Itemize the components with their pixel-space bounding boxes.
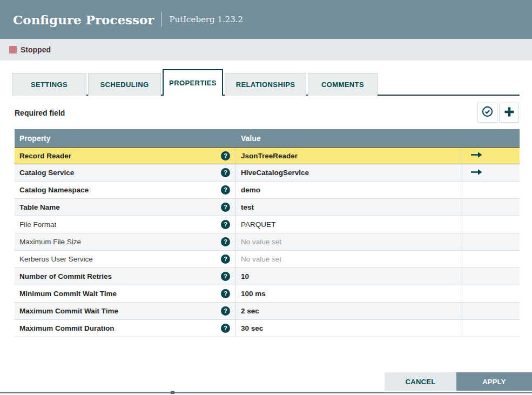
property-name-cell: Minimum Commit Wait Time ? <box>15 285 236 302</box>
property-value-cell[interactable]: 2 sec <box>236 303 462 319</box>
property-name-cell: Number of Commit Retries ? <box>15 268 236 285</box>
property-name-cell: Table Name ? <box>15 199 236 216</box>
property-row[interactable]: Catalog Namespace ? demo <box>15 182 520 199</box>
tab-label: SCHEDULING <box>100 81 149 89</box>
properties-table-header: Property Value <box>15 129 520 147</box>
property-name: Maximum Commit Wait Time <box>19 307 118 315</box>
column-header-value: Value <box>236 134 520 143</box>
property-value-cell[interactable]: demo <box>236 182 462 198</box>
help-icon[interactable]: ? <box>221 272 230 281</box>
processor-name-version: PutIceberg 1.23.2 <box>169 15 243 24</box>
help-icon[interactable]: ? <box>221 237 230 246</box>
property-name: File Format <box>19 220 56 229</box>
property-row[interactable]: Number of Commit Retries ? 10 <box>15 268 520 285</box>
property-row[interactable]: Table Name ? test <box>15 199 520 216</box>
property-value-cell[interactable]: test <box>236 199 462 216</box>
tab-relationships[interactable]: RELATIONSHIPS <box>225 73 306 96</box>
property-row[interactable]: Maximum Commit Wait Time ? 2 sec <box>15 303 520 320</box>
property-name: Record Reader <box>19 152 71 160</box>
help-icon[interactable]: ? <box>221 151 230 160</box>
controller-service-link-cell <box>462 268 520 285</box>
property-value: JsonTreeReader <box>241 152 298 160</box>
property-value-cell[interactable]: PARQUET <box>236 216 462 233</box>
check-circle-icon <box>481 105 494 120</box>
property-name-cell: Maximum File Size ? <box>15 233 236 250</box>
property-name-cell: Maximum Commit Duration ? <box>15 320 236 337</box>
required-field-legend: Required field <box>15 109 65 117</box>
tab-label: RELATIONSHIPS <box>236 81 295 89</box>
property-value-cell[interactable]: HiveCatalogService <box>236 164 462 181</box>
property-name: Maximum File Size <box>19 238 81 246</box>
properties-table-body: Record Reader ? JsonTreeReader Catalog S… <box>15 147 520 337</box>
property-name: Table Name <box>19 203 60 211</box>
plus-icon <box>503 106 515 120</box>
stopped-status-icon <box>9 46 17 53</box>
property-value-cell[interactable]: 10 <box>236 268 462 285</box>
property-value-cell[interactable]: 100 ms <box>236 285 462 302</box>
property-name-cell: Catalog Namespace ? <box>15 182 236 198</box>
property-value: 100 ms <box>241 290 266 298</box>
tab-settings[interactable]: SETTINGS <box>12 73 86 96</box>
property-name-cell: Maximum Commit Wait Time ? <box>15 303 236 319</box>
property-name: Number of Commit Retries <box>19 272 112 280</box>
property-name-cell: File Format ? <box>15 216 236 233</box>
tab-label: SETTINGS <box>31 81 68 89</box>
cancel-button[interactable]: CANCEL <box>385 372 456 391</box>
tab-scheduling[interactable]: SCHEDULING <box>88 73 161 96</box>
controller-service-link-cell <box>462 285 520 302</box>
property-name: Minimum Commit Wait Time <box>19 290 117 298</box>
property-value: 2 sec <box>241 307 259 315</box>
tab-bar: SETTINGS SCHEDULING PROPERTIES RELATIONS… <box>12 69 379 96</box>
help-icon[interactable]: ? <box>221 168 230 177</box>
property-value: test <box>241 203 254 211</box>
apply-button[interactable]: APPLY <box>456 372 532 391</box>
tab-comments[interactable]: COMMENTS <box>308 73 378 96</box>
canvas-edge-line <box>0 392 532 393</box>
property-value: No value set <box>241 255 281 263</box>
add-property-button[interactable] <box>499 103 519 123</box>
help-icon[interactable]: ? <box>221 324 230 333</box>
property-row[interactable]: Record Reader ? JsonTreeReader <box>15 147 520 164</box>
status-label: Stopped <box>21 45 51 54</box>
controller-service-link-cell <box>462 164 520 181</box>
controller-service-link-cell <box>462 148 520 164</box>
property-value-cell[interactable]: No value set <box>236 233 462 250</box>
help-icon[interactable]: ? <box>221 306 230 316</box>
controller-service-link-cell <box>462 251 520 267</box>
go-to-service-arrow-icon[interactable] <box>470 169 483 177</box>
property-row[interactable]: Maximum File Size ? No value set <box>15 233 520 251</box>
property-value-cell[interactable]: No value set <box>236 251 462 267</box>
help-icon[interactable]: ? <box>221 203 230 212</box>
help-icon[interactable]: ? <box>221 289 230 298</box>
property-name: Maximum Commit Duration <box>19 324 115 332</box>
tab-label: PROPERTIES <box>169 79 217 87</box>
column-header-property: Property <box>15 134 236 143</box>
property-row[interactable]: Kerberos User Service ? No value set <box>15 251 520 268</box>
property-value: 10 <box>241 272 249 280</box>
property-name: Kerberos User Service <box>19 255 93 263</box>
tab-properties[interactable]: PROPERTIES <box>163 69 223 96</box>
property-row[interactable]: File Format ? PARQUET <box>15 216 520 233</box>
verify-properties-button[interactable] <box>477 103 497 123</box>
property-value-cell[interactable]: 30 sec <box>236 320 462 337</box>
properties-table: Property Value Record Reader ? JsonTreeR… <box>15 129 520 337</box>
controller-service-link-cell <box>462 233 520 250</box>
property-value-cell[interactable]: JsonTreeReader <box>236 148 462 164</box>
canvas-edge-tick <box>171 391 174 394</box>
property-row[interactable]: Catalog Service ? HiveCatalogService <box>15 164 520 182</box>
property-value: No value set <box>241 238 281 246</box>
go-to-service-arrow-icon[interactable] <box>470 151 483 160</box>
property-value: demo <box>241 186 260 194</box>
help-icon[interactable]: ? <box>221 255 230 264</box>
help-icon[interactable]: ? <box>221 185 230 195</box>
property-name-cell: Catalog Service ? <box>15 164 236 181</box>
property-row[interactable]: Maximum Commit Duration ? 30 sec <box>15 320 520 337</box>
dialog-title: Configure Processor <box>13 12 154 27</box>
controller-service-link-cell <box>462 216 520 233</box>
title-divider <box>161 12 162 27</box>
tab-label: COMMENTS <box>321 81 364 89</box>
property-name: Catalog Namespace <box>19 186 89 194</box>
help-icon[interactable]: ? <box>221 220 230 229</box>
property-row[interactable]: Minimum Commit Wait Time ? 100 ms <box>15 285 520 303</box>
controller-service-link-cell <box>462 303 520 319</box>
